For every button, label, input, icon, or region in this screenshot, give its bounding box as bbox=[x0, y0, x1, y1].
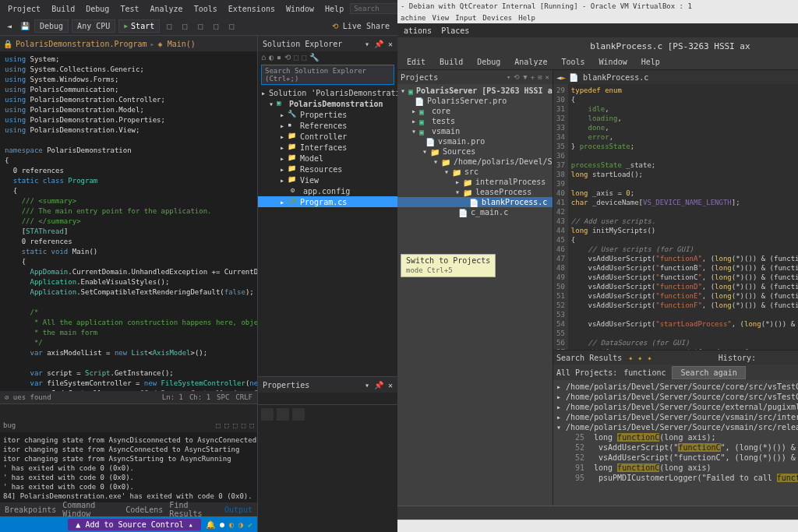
qt-menu-analyze[interactable]: Analyze bbox=[508, 56, 553, 68]
home-icon[interactable]: ⌂ bbox=[261, 53, 266, 62]
toolbar-icon[interactable]: ⬚ bbox=[225, 20, 238, 33]
qt-menu-window[interactable]: Window bbox=[593, 56, 634, 68]
vm-menu-machine[interactable]: achine bbox=[401, 14, 426, 22]
tab-codelens[interactable]: CodeLens bbox=[125, 506, 163, 514]
sync-icon[interactable]: ⟲ bbox=[514, 73, 520, 81]
alphabetical-icon[interactable] bbox=[277, 408, 289, 421]
output-source[interactable]: bug bbox=[3, 421, 16, 429]
pin-icon[interactable]: ▾ 📌 ✕ bbox=[365, 40, 393, 48]
result-line[interactable]: 52 vsAddUserScript("functionC", (long(*)… bbox=[556, 442, 798, 453]
tree-internal[interactable]: ▸ 📁 internalProcess bbox=[397, 177, 553, 187]
tree-vsmain-pro[interactable]: 📄 vsmain.pro bbox=[397, 136, 553, 146]
tree-cmain[interactable]: 📄 c_main.c bbox=[397, 207, 553, 217]
feedback-icon[interactable]: ● bbox=[220, 520, 224, 529]
solution-node[interactable]: ▸ Solution 'PolarisDemonstration' (1 of … bbox=[258, 88, 397, 98]
properties-icon[interactable] bbox=[292, 408, 305, 421]
toolbar-icon[interactable]: ▪ bbox=[277, 53, 281, 62]
result-line[interactable]: 52 vsAddUserScript("functionC", (long(*)… bbox=[556, 453, 798, 463]
toolbar-icon[interactable]: ⬚ bbox=[294, 53, 298, 62]
toolbar-icon[interactable]: ⬚ bbox=[178, 20, 191, 33]
vm-menu-devices[interactable]: Devices bbox=[482, 14, 512, 22]
toolbar-icon[interactable]: ⬚ bbox=[163, 20, 175, 33]
toolbar-icon[interactable]: ◐ bbox=[269, 53, 274, 62]
toolbar-icon[interactable]: ⬚ bbox=[210, 20, 222, 33]
tab-find-results[interactable]: Find Results bbox=[169, 501, 218, 518]
breadcrumb-method[interactable]: ◈ Main() bbox=[155, 40, 199, 48]
vm-menu-help[interactable]: Help bbox=[518, 14, 535, 22]
tree-core[interactable]: ▸ ▣ core bbox=[397, 106, 553, 116]
liveshare-button[interactable]: ⟲ Live Share bbox=[327, 20, 394, 32]
vs-code-editor[interactable]: using System; using System.Collections.G… bbox=[0, 51, 257, 391]
pin-icon[interactable]: ▾ 📌 ✕ bbox=[365, 381, 393, 389]
notifications-icon[interactable]: 🔔 bbox=[206, 520, 215, 529]
menu-extensions[interactable]: Extensions bbox=[224, 3, 280, 15]
save-icon[interactable]: 💾 bbox=[19, 20, 31, 33]
tree-interfaces[interactable]: ▸ 📁 Interfaces bbox=[258, 142, 397, 153]
tree-root[interactable]: ▾ ▣ PolarisServer [PS-3263 HSSI axis t bbox=[397, 86, 553, 96]
wrench-icon[interactable]: 🔧 bbox=[309, 53, 319, 62]
breadcrumb-class[interactable]: PolarisDemonstration.Program bbox=[12, 40, 150, 48]
add-source-control[interactable]: ▲ Add to Source Control ▴ bbox=[68, 519, 201, 530]
qt-menu-tools[interactable]: Tools bbox=[555, 56, 591, 68]
add-icon[interactable]: + bbox=[531, 73, 535, 81]
qt-project-tree[interactable]: ▾ ▣ PolarisServer [PS-3263 HSSI axis t 📄… bbox=[397, 84, 553, 506]
vm-menu-view[interactable]: View bbox=[433, 14, 450, 22]
close-icon[interactable]: ✕ bbox=[546, 73, 549, 81]
menu-build[interactable]: Build bbox=[47, 3, 79, 15]
nav-fwd-icon[interactable]: ► bbox=[561, 73, 566, 82]
qt-menu-edit[interactable]: Edit bbox=[401, 56, 432, 68]
menu-debug[interactable]: Debug bbox=[81, 3, 114, 15]
gnome-places[interactable]: Places bbox=[441, 26, 469, 35]
tree-tests[interactable]: ▸ ▣ tests bbox=[397, 116, 553, 126]
search-results-list[interactable]: ▸ /home/polaris/Devel/Server/Source/core… bbox=[553, 380, 798, 506]
editor-tab[interactable]: 📄 blankProcess.c bbox=[569, 73, 648, 82]
tree-view[interactable]: ▸ 📁 View bbox=[258, 174, 397, 185]
menu-help[interactable]: Help bbox=[320, 3, 348, 15]
tab-command-window[interactable]: Command Window bbox=[62, 501, 119, 518]
filter-icon[interactable]: ▾ bbox=[507, 73, 510, 81]
tree-vsmain[interactable]: ▾ ▣ vsmain bbox=[397, 126, 553, 136]
platform-dropdown[interactable]: Any CPU bbox=[72, 19, 115, 33]
tree-blankprocess[interactable]: 📄 blankProcess.c bbox=[397, 197, 553, 207]
qt-menu-help[interactable]: Help bbox=[635, 56, 666, 68]
config-dropdown[interactable]: Debug bbox=[34, 19, 69, 33]
tree-src[interactable]: ▾ 📁 src bbox=[397, 167, 553, 177]
tree-path[interactable]: ▾ 📁 /home/polaris/Devel/Server/So bbox=[397, 157, 553, 167]
menu-window[interactable]: Window bbox=[281, 3, 319, 15]
tree-release[interactable]: ▾ 📁 leaseProcess bbox=[397, 187, 553, 197]
project-node[interactable]: ▾ ▣ PolarisDemonstration bbox=[258, 98, 397, 109]
menu-project[interactable]: Project bbox=[3, 3, 45, 15]
tree-pro[interactable]: 📄 PolarisServer.pro bbox=[397, 96, 553, 106]
split-icon[interactable]: ⊞ bbox=[538, 73, 542, 81]
tree-model[interactable]: ▸ 📁 Model bbox=[258, 153, 397, 164]
tree-sources[interactable]: ▾ 📁 Sources bbox=[397, 146, 553, 157]
tree-resources[interactable]: ▸ 📁 Resources bbox=[258, 164, 397, 174]
result-file[interactable]: ▸ /home/polaris/Devel/Server/Source/exte… bbox=[556, 402, 798, 412]
toolbar-icon[interactable]: ⬚ bbox=[194, 20, 207, 33]
result-line[interactable]: 95 psuPMDICustomerLogger("Failed to call… bbox=[556, 473, 798, 483]
filter-icon[interactable]: ▼ bbox=[523, 73, 527, 81]
output-text[interactable]: itor changing state from AsyncDisconnect… bbox=[0, 432, 257, 502]
tab-output[interactable]: Output bbox=[224, 506, 252, 514]
status-icon[interactable]: ◑ bbox=[238, 520, 243, 529]
tree-properties[interactable]: ▸ 🔧 Properties bbox=[258, 109, 397, 120]
status-icon[interactable]: ◐ bbox=[229, 520, 234, 529]
toolbar-icon[interactable]: ⬚ bbox=[302, 53, 306, 62]
back-icon[interactable]: ◄ bbox=[3, 20, 16, 33]
tab-breakpoints[interactable]: Breakpoints bbox=[5, 506, 56, 514]
refresh-icon[interactable]: ⟲ bbox=[284, 53, 291, 62]
result-file[interactable]: ▸ /home/polaris/Devel/Server/Source/core… bbox=[556, 382, 798, 392]
vm-menu-input[interactable]: Input bbox=[455, 14, 476, 22]
result-file[interactable]: ▸ /home/polaris/Devel/Server/Source/core… bbox=[556, 392, 798, 402]
result-line[interactable]: 91long functionC(long axis) bbox=[556, 463, 798, 473]
search-again-button[interactable]: Search again bbox=[672, 366, 745, 379]
tree-references[interactable]: ▸ ▪ References bbox=[258, 120, 397, 131]
menu-tools[interactable]: Tools bbox=[189, 3, 222, 15]
qt-menu-debug[interactable]: Debug bbox=[471, 56, 507, 68]
solution-tree[interactable]: ▸ Solution 'PolarisDemonstration' (1 of … bbox=[258, 86, 397, 376]
menu-test[interactable]: Test bbox=[115, 3, 143, 15]
result-file[interactable]: ▸ /home/polaris/Devel/Server/Source/vsma… bbox=[556, 412, 798, 422]
categorized-icon[interactable] bbox=[261, 408, 274, 421]
start-button[interactable]: Start bbox=[118, 19, 160, 33]
gnome-applications[interactable]: ations bbox=[404, 26, 432, 35]
